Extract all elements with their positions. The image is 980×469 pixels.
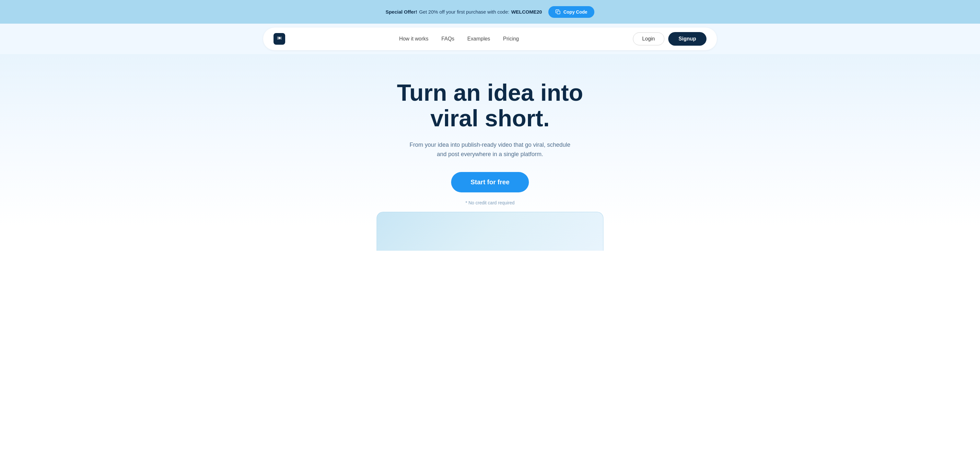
- hero-title: Turn an idea into viral short.: [377, 80, 603, 131]
- nav-item-faqs[interactable]: FAQs: [441, 36, 454, 42]
- hero-cta-container: Start for free * No credit card required: [6, 172, 974, 205]
- hero-title-line1: Turn an idea into: [397, 79, 583, 106]
- special-offer-label: Special Offer!: [386, 9, 417, 14]
- promo-code: WELCOME20: [511, 9, 542, 14]
- nav-wrapper: How it works FAQs Examples Pricing Login…: [0, 24, 980, 54]
- announcement-text: Special Offer! Get 20% off your first pu…: [386, 9, 542, 14]
- nav-link-how-it-works[interactable]: How it works: [399, 36, 428, 41]
- nav-links: How it works FAQs Examples Pricing: [399, 36, 519, 42]
- login-button[interactable]: Login: [633, 32, 664, 45]
- nav-link-faqs[interactable]: FAQs: [441, 36, 454, 41]
- preview-section: [6, 205, 974, 251]
- announcement-banner: Special Offer! Get 20% off your first pu…: [0, 0, 980, 24]
- nav-item-pricing[interactable]: Pricing: [503, 36, 519, 42]
- copy-icon: [555, 10, 561, 14]
- no-credit-card-text: * No credit card required: [6, 200, 974, 205]
- logo-icon: [274, 33, 285, 45]
- copy-code-label: Copy Code: [563, 10, 587, 14]
- nav-item-examples[interactable]: Examples: [467, 36, 490, 42]
- hero-title-line2: viral short.: [430, 105, 550, 131]
- navbar: How it works FAQs Examples Pricing Login…: [263, 27, 717, 50]
- signup-button[interactable]: Signup: [668, 32, 706, 46]
- nav-item-how-it-works[interactable]: How it works: [399, 36, 428, 42]
- offer-text: Get 20% off your first purchase with cod…: [419, 9, 509, 14]
- svg-rect-0: [557, 11, 560, 14]
- copy-code-button[interactable]: Copy Code: [548, 6, 594, 18]
- logo[interactable]: [274, 33, 285, 45]
- nav-link-pricing[interactable]: Pricing: [503, 36, 519, 41]
- nav-link-examples[interactable]: Examples: [467, 36, 490, 41]
- hero-section: Turn an idea into viral short. From your…: [0, 54, 980, 270]
- nav-actions: Login Signup: [633, 32, 706, 46]
- preview-card: [377, 212, 603, 251]
- hero-subtitle: From your idea into publish-ready video …: [409, 140, 571, 159]
- start-free-button[interactable]: Start for free: [451, 172, 529, 192]
